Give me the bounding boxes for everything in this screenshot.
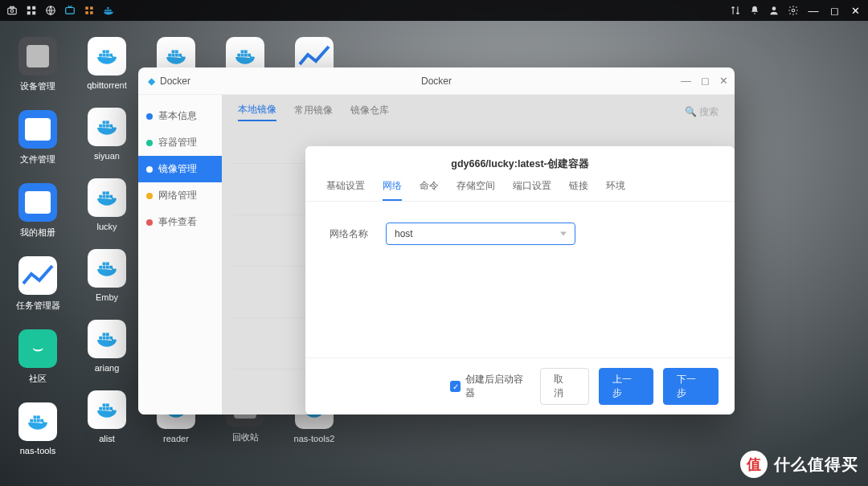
svg-point-17 [772,6,776,10]
cancel-button[interactable]: 取 消 [540,368,588,405]
win-maximize[interactable]: ◻ [701,75,710,87]
svg-rect-13 [104,10,106,11]
win-minimize[interactable]: — [681,75,691,87]
svg-rect-34 [99,125,102,128]
docker-window: ◆ Docker Docker — ◻ ✕ 基本信息容器管理镜像管理网络管理事件… [138,67,735,415]
desktop-icon-文件管理[interactable]: 文件管理 [10,110,66,165]
sidebar-item-镜像管理[interactable]: 镜像管理 [138,156,222,182]
autostart-checkbox[interactable]: ✓ 创建后启动容器 [450,373,530,400]
modal-tab-存储空间[interactable]: 存储空间 [457,179,495,201]
desktop-icon-我的相册[interactable]: 我的相册 [10,183,66,239]
sidebar-item-事件查看[interactable]: 事件查看 [138,209,222,235]
window-minimize[interactable]: — [807,6,820,16]
svg-rect-20 [25,118,51,141]
desktop-icon-lucky[interactable]: lucky [79,178,135,231]
desktop-icon-Emby[interactable]: Emby [79,249,135,302]
svg-rect-44 [103,191,106,194]
desktop-icon-siyuan[interactable]: siyuan [79,108,135,161]
check-icon: ✓ [450,381,461,392]
modal-tab-网络[interactable]: 网络 [383,179,402,201]
main-panel: 本地镜像常用镜像镜像仓库🔍 搜索 ↻ 刷新 15.1MB2023-09-22 1… [222,95,735,415]
modal-tab-链接[interactable]: 链接 [569,179,588,201]
svg-rect-0 [8,8,17,14]
desktop-icon-qbittorrent[interactable]: qbittorrent [79,37,135,90]
win-close[interactable]: ✕ [719,75,728,87]
svg-rect-50 [103,262,106,265]
svg-rect-56 [103,333,106,336]
modal-tab-端口设置[interactable]: 端口设置 [513,179,551,201]
desktop-icon-任务管理器[interactable]: 任务管理器 [10,256,66,312]
svg-rect-62 [103,403,106,406]
user-icon[interactable] [768,5,780,16]
svg-rect-16 [107,7,108,9]
sidebar-item-网络管理[interactable]: 网络管理 [138,182,222,209]
desktop-icon-alist[interactable]: alist [79,390,135,443]
modal-tab-基础设置[interactable]: 基础设置 [326,179,365,201]
sidebar: 基本信息容器管理镜像管理网络管理事件查看 [138,95,222,415]
svg-rect-27 [37,415,40,419]
svg-rect-12 [90,11,93,14]
sidebar-item-容器管理[interactable]: 容器管理 [138,129,222,156]
watermark: 值 什么值得买 [740,451,858,478]
svg-rect-6 [32,11,35,14]
modal-tab-环境[interactable]: 环境 [606,179,625,201]
modal-tab-命令[interactable]: 命令 [420,179,439,201]
svg-rect-36 [106,125,109,128]
svg-rect-45 [106,191,109,194]
transfer-icon[interactable] [730,5,741,16]
grid-icon[interactable] [84,5,95,16]
sidebar-item-基本信息[interactable]: 基本信息 [138,103,222,129]
window-close[interactable]: ✕ [849,6,862,16]
prev-button[interactable]: 上一步 [599,368,654,405]
window-title: Docker [160,76,190,87]
svg-rect-69 [175,50,178,53]
svg-rect-48 [106,266,109,269]
svg-rect-81 [244,50,248,53]
desktop-icon-设备管理[interactable]: 设备管理 [10,37,66,92]
svg-rect-80 [241,50,244,53]
desktop-icon-nas-tools[interactable]: nas-tools [10,402,66,455]
taskbar: — ◻ ✕ [0,0,868,21]
network-name-label: 网络名称 [330,227,371,241]
window-maximize[interactable]: ◻ [828,6,841,16]
svg-rect-54 [106,337,109,340]
docker-tray-icon[interactable] [103,5,114,16]
svg-rect-77 [241,54,244,57]
svg-rect-9 [85,6,88,10]
svg-rect-68 [172,50,175,53]
svg-rect-30 [106,54,109,57]
svg-rect-28 [99,54,102,57]
svg-rect-23 [34,419,37,423]
tv-icon[interactable] [64,5,76,16]
svg-rect-51 [106,262,109,265]
svg-rect-57 [106,333,109,336]
network-select[interactable]: host [386,223,575,245]
watermark-badge: 值 [740,451,768,478]
svg-rect-11 [85,11,88,14]
svg-rect-8 [66,8,75,14]
globe-icon[interactable] [45,5,56,16]
gear-icon[interactable] [788,5,799,16]
desktop-icon-ariang[interactable]: ariang [79,320,135,373]
desktop-icon-社区[interactable]: ⌣社区 [10,329,66,385]
svg-rect-64 [168,54,171,57]
svg-rect-14 [107,10,108,11]
svg-rect-52 [99,337,102,340]
svg-rect-38 [103,120,106,124]
svg-rect-35 [103,125,106,128]
svg-rect-4 [32,6,35,10]
svg-rect-19 [27,45,49,67]
svg-rect-29 [103,54,106,57]
camera-icon[interactable] [6,5,18,16]
svg-rect-5 [27,11,31,14]
svg-rect-78 [244,54,248,57]
svg-rect-66 [175,54,178,57]
svg-rect-65 [172,54,175,57]
svg-rect-60 [106,407,109,410]
next-button[interactable]: 下一步 [663,368,719,405]
apps-icon[interactable] [26,5,37,16]
svg-rect-46 [99,266,102,269]
svg-point-1 [10,10,14,12]
modal-tabs: 基础设置网络命令存储空间端口设置链接环境 [305,179,735,202]
bell-icon[interactable] [749,5,760,16]
